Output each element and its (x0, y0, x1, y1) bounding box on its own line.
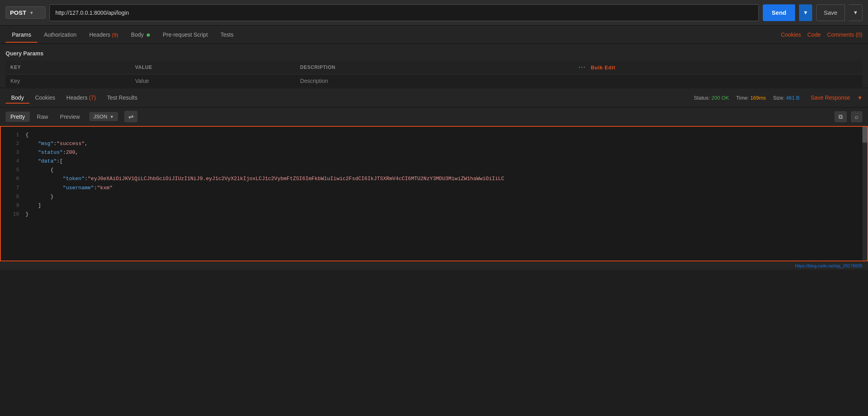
save-response-button[interactable]: Save Response (811, 94, 850, 101)
time-label: Time: 169ms (736, 95, 766, 101)
json-line-4: 4 "data": [ (1, 157, 867, 166)
cookies-link[interactable]: Cookies (781, 31, 801, 38)
response-meta: Status: 200 OK Time: 169ms Size: 461 B S… (694, 94, 862, 101)
size-label: Size: 461 B (773, 95, 800, 101)
response-header: Body Cookies Headers (7) Test Results St… (0, 88, 868, 108)
copy-button[interactable]: ⧉ (835, 111, 847, 122)
fmt-tab-preview[interactable]: Preview (55, 112, 85, 122)
method-selector[interactable]: POST ▼ (6, 6, 45, 19)
time-value: 169ms (750, 95, 766, 101)
search-button[interactable]: ⌕ (851, 111, 862, 122)
tab-authorization[interactable]: Authorization (37, 27, 83, 43)
tab-pre-request-script[interactable]: Pre-request Script (156, 27, 214, 43)
format-selector[interactable]: JSON ▼ (89, 112, 118, 121)
resp-tab-body[interactable]: Body (6, 92, 29, 103)
description-cell[interactable]: Description (295, 75, 573, 88)
fmt-tab-raw[interactable]: Raw (32, 112, 53, 122)
status-value: 200 OK (711, 95, 729, 101)
col-value: VALUE (130, 61, 295, 75)
send-dropdown-button[interactable]: ▼ (799, 4, 812, 21)
table-row: Key Value Description (6, 75, 862, 88)
fmt-tab-pretty[interactable]: Pretty (6, 112, 30, 122)
value-cell[interactable]: Value (130, 75, 295, 88)
url-input[interactable] (49, 4, 759, 21)
save-response-dropdown-icon[interactable]: ▼ (857, 95, 862, 101)
save-dropdown-button[interactable]: ▼ (849, 4, 862, 21)
send-button[interactable]: Send (763, 4, 795, 21)
actions-cell (573, 75, 862, 88)
tab-tests[interactable]: Tests (214, 27, 240, 43)
bulk-edit-link[interactable]: Bulk Edit (591, 65, 615, 71)
json-line-10: 10 } (1, 210, 867, 219)
col-key: KEY (6, 61, 130, 75)
json-line-3: 3 "status": 200, (1, 148, 867, 157)
tab-params[interactable]: Params (6, 27, 37, 43)
footer: https://blog.csdn.net/qq_29178605 (0, 261, 868, 270)
json-line-8: 8 } (1, 192, 867, 201)
json-line-1: 1 { (1, 131, 867, 139)
format-label: JSON (93, 114, 107, 120)
status-label: Status: 200 OK (694, 95, 729, 101)
resp-tab-cookies[interactable]: Cookies (29, 92, 61, 103)
json-line-2: 2 "msg": "success", (1, 139, 867, 148)
col-description: DESCRIPTION (295, 61, 573, 75)
query-params-title: Query Params (6, 48, 862, 61)
save-button[interactable]: Save (816, 4, 845, 21)
col-actions: ··· Bulk Edit (573, 61, 862, 75)
wrap-lines-icon[interactable]: ⇌ (124, 111, 137, 122)
method-dropdown-arrow: ▼ (29, 10, 34, 15)
method-label: POST (10, 9, 26, 16)
size-value: 461 B (786, 95, 799, 101)
response-body: 1 { 2 "msg": "success", 3 "status": 200,… (0, 126, 868, 261)
format-dropdown-arrow: ▼ (110, 114, 114, 119)
response-tabs: Body Cookies Headers (7) Test Results (6, 92, 143, 103)
comments-link[interactable]: Comments (0) (827, 31, 862, 38)
tab-nav-right: Cookies Code Comments (0) (781, 31, 862, 38)
format-icons-right: ⧉ ⌕ (835, 111, 862, 122)
resp-tab-test-results[interactable]: Test Results (101, 92, 143, 103)
json-line-5: 5 { (1, 166, 867, 175)
json-line-7: 7 "username": "kxm" (1, 184, 867, 192)
json-line-9: 9 ] (1, 201, 867, 210)
request-tab-nav: Params Authorization Headers (9) Body Pr… (0, 26, 868, 44)
top-bar: POST ▼ Send ▼ Save ▼ (0, 0, 868, 26)
key-cell[interactable]: Key (6, 75, 130, 88)
resp-tab-headers[interactable]: Headers (7) (61, 92, 102, 103)
code-link[interactable]: Code (807, 31, 821, 38)
body-dot (147, 33, 150, 37)
tab-headers[interactable]: Headers (9) (83, 27, 125, 43)
tab-body[interactable]: Body (125, 27, 157, 43)
scrollbar-thumb (862, 127, 867, 143)
footer-link[interactable]: https://blog.csdn.net/qq_29178605 (795, 263, 862, 268)
query-params-section: Query Params KEY VALUE DESCRIPTION ··· B… (0, 44, 868, 88)
json-line-6: 6 "token": "eyJ0eXAiOiJKV1QiLCJhbGciOiJI… (1, 175, 867, 183)
params-table: KEY VALUE DESCRIPTION ··· Bulk Edit Key … (6, 61, 862, 88)
format-bar: Pretty Raw Preview JSON ▼ ⇌ ⧉ ⌕ (0, 108, 868, 126)
scrollbar[interactable] (862, 127, 867, 261)
more-options-icon[interactable]: ··· (578, 64, 586, 71)
